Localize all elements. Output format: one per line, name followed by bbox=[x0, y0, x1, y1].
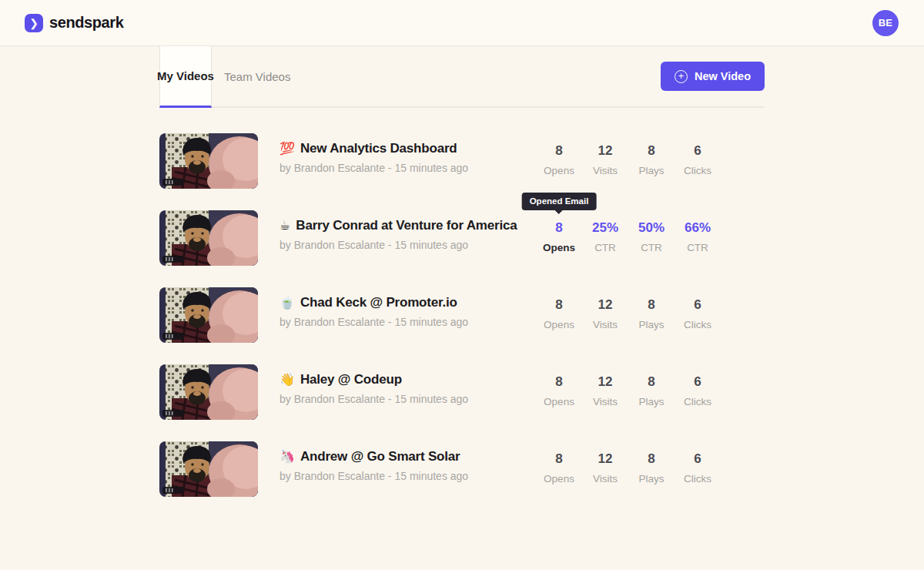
stat-opens[interactable]: 8Opens bbox=[536, 133, 582, 189]
stat-visits[interactable]: 12Visits bbox=[582, 364, 628, 420]
video-stats: 8Opens 12Visits 8Plays 6Clicks bbox=[536, 133, 721, 189]
video-byline: by Brandon Escalante - 15 minutes ago bbox=[280, 393, 536, 405]
new-video-label: New Video bbox=[695, 70, 751, 82]
stat-plays[interactable]: 8Plays bbox=[628, 364, 675, 420]
stat-clicks[interactable]: 6Clicks bbox=[675, 441, 721, 497]
video-stats: 8Opens 12Visits 8Plays 6Clicks bbox=[536, 364, 721, 420]
video-stats: Opened Email 8Opens 25%CTR 50%CTR 66%CTR bbox=[536, 210, 721, 266]
top-header: ❯ sendspark BE bbox=[0, 0, 924, 46]
sendspark-logo[interactable]: ❯ sendspark bbox=[25, 14, 123, 32]
webcam-video-frame bbox=[159, 441, 258, 497]
video-row[interactable]: 👋 Haley @ Codeup by Brandon Escalante - … bbox=[159, 364, 765, 420]
video-stats: 8Opens 12Visits 8Plays 6Clicks bbox=[536, 287, 721, 343]
video-title[interactable]: New Analytics Dashboard bbox=[300, 141, 457, 156]
sendspark-logo-icon: ❯ bbox=[25, 14, 43, 32]
video-list: 💯 New Analytics Dashboard by Brandon Esc… bbox=[159, 133, 765, 518]
video-thumbnail[interactable] bbox=[159, 441, 258, 497]
stat-opens[interactable]: 8Opens bbox=[536, 287, 582, 343]
video-title[interactable]: Andrew @ Go Smart Solar bbox=[300, 449, 460, 464]
video-emoji: ☕ bbox=[280, 218, 290, 233]
stat-visit-ctr[interactable]: 25%CTR bbox=[582, 210, 628, 266]
video-thumbnail[interactable] bbox=[159, 364, 258, 420]
video-byline: by Brandon Escalante - 15 minutes ago bbox=[280, 470, 536, 482]
webcam-video-frame bbox=[159, 287, 258, 343]
video-row[interactable]: 🦄 Andrew @ Go Smart Solar by Brandon Esc… bbox=[159, 441, 765, 497]
video-thumbnail[interactable] bbox=[159, 210, 258, 266]
video-row[interactable]: 💯 New Analytics Dashboard by Brandon Esc… bbox=[159, 133, 765, 189]
video-title[interactable]: Chad Keck @ Promoter.io bbox=[300, 295, 457, 310]
user-avatar[interactable]: BE bbox=[872, 10, 899, 36]
video-thumbnail[interactable] bbox=[159, 133, 258, 189]
sendspark-app: ❯ sendspark BE My Videos Team Videos + N… bbox=[0, 0, 924, 570]
video-emoji: 👋 bbox=[280, 372, 295, 387]
video-title[interactable]: Haley @ Codeup bbox=[300, 372, 402, 387]
webcam-video-frame bbox=[159, 210, 258, 266]
video-thumbnail[interactable] bbox=[159, 287, 258, 343]
stat-play-ctr[interactable]: 50%CTR bbox=[628, 210, 675, 266]
video-emoji: 🍵 bbox=[280, 295, 295, 310]
stat-plays[interactable]: 8Plays bbox=[628, 287, 675, 343]
video-emoji: 💯 bbox=[280, 141, 295, 156]
webcam-video-frame bbox=[159, 133, 258, 189]
video-row[interactable]: 🍵 Chad Keck @ Promoter.io by Brandon Esc… bbox=[159, 287, 765, 343]
stat-visits[interactable]: 12Visits bbox=[582, 287, 628, 343]
stat-clicks[interactable]: 6Clicks bbox=[675, 133, 721, 189]
webcam-video-frame bbox=[159, 364, 258, 420]
video-tabbar: My Videos Team Videos + New Video bbox=[159, 46, 765, 108]
stat-opens[interactable]: 8Opens bbox=[536, 210, 582, 266]
tab-team-videos[interactable]: Team Videos bbox=[212, 46, 303, 106]
stat-click-ctr[interactable]: 66%CTR bbox=[675, 210, 721, 266]
stat-plays[interactable]: 8Plays bbox=[628, 133, 675, 189]
video-info: 🍵 Chad Keck @ Promoter.io by Brandon Esc… bbox=[258, 287, 536, 343]
video-stats: 8Opens 12Visits 8Plays 6Clicks bbox=[536, 441, 721, 497]
plus-circle-icon: + bbox=[675, 70, 688, 83]
stat-visits[interactable]: 12Visits bbox=[582, 441, 628, 497]
new-video-button[interactable]: + New Video bbox=[661, 62, 765, 91]
tab-my-videos[interactable]: My Videos bbox=[159, 46, 212, 108]
video-info: 👋 Haley @ Codeup by Brandon Escalante - … bbox=[258, 364, 536, 420]
opened-email-tooltip: Opened Email bbox=[522, 193, 597, 210]
stat-opens[interactable]: 8Opens bbox=[536, 441, 582, 497]
stat-plays[interactable]: 8Plays bbox=[628, 441, 675, 497]
video-byline: by Brandon Escalante - 15 minutes ago bbox=[280, 162, 536, 174]
video-info: 💯 New Analytics Dashboard by Brandon Esc… bbox=[258, 133, 536, 189]
video-byline: by Brandon Escalante - 15 minutes ago bbox=[280, 239, 536, 251]
stat-opens[interactable]: 8Opens bbox=[536, 364, 582, 420]
stat-visits[interactable]: 12Visits bbox=[582, 133, 628, 189]
video-row[interactable]: ☕ Barry Conrad at Venture for America by… bbox=[159, 210, 765, 266]
brand-wordmark: sendspark bbox=[49, 14, 123, 32]
video-info: ☕ Barry Conrad at Venture for America by… bbox=[258, 210, 536, 266]
video-title[interactable]: Barry Conrad at Venture for America bbox=[296, 218, 517, 233]
video-info: 🦄 Andrew @ Go Smart Solar by Brandon Esc… bbox=[258, 441, 536, 497]
stat-clicks[interactable]: 6Clicks bbox=[675, 364, 721, 420]
stat-clicks[interactable]: 6Clicks bbox=[675, 287, 721, 343]
video-emoji: 🦄 bbox=[280, 449, 295, 464]
video-byline: by Brandon Escalante - 15 minutes ago bbox=[280, 316, 536, 328]
